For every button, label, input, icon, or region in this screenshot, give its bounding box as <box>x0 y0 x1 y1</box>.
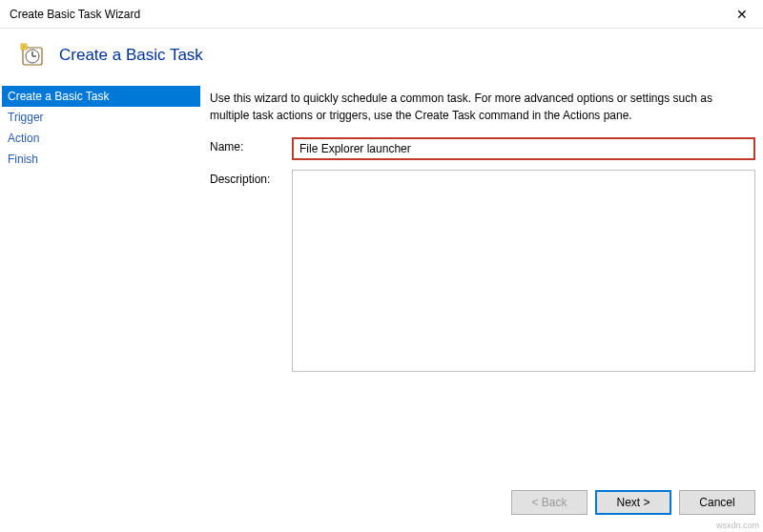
wizard-main: Use this wizard to quickly schedule a co… <box>200 86 763 381</box>
sidebar-item-create-basic-task[interactable]: Create a Basic Task <box>2 86 200 107</box>
svg-point-5 <box>23 46 25 48</box>
watermark: wsxdn.com <box>716 521 759 530</box>
sidebar-item-label: Finish <box>8 153 38 166</box>
sidebar-item-action[interactable]: Action <box>2 128 200 149</box>
sidebar-item-label: Trigger <box>8 111 44 124</box>
sidebar-item-label: Action <box>8 132 39 145</box>
sidebar-item-label: Create a Basic Task <box>8 90 110 103</box>
window-title: Create Basic Task Wizard <box>10 8 140 21</box>
back-button[interactable]: < Back <box>511 490 588 515</box>
close-icon: ✕ <box>736 7 748 22</box>
page-title: Create a Basic Task <box>59 46 203 65</box>
wizard-header: Create a Basic Task <box>0 29 763 86</box>
sidebar-item-trigger[interactable]: Trigger <box>2 107 200 128</box>
cancel-button[interactable]: Cancel <box>679 490 755 515</box>
description-label: Description: <box>210 170 292 186</box>
close-button[interactable]: ✕ <box>720 0 763 29</box>
wizard-sidebar: Create a Basic Task Trigger Action Finis… <box>2 86 200 381</box>
scheduled-task-icon <box>19 42 46 69</box>
sidebar-item-finish[interactable]: Finish <box>2 149 200 170</box>
wizard-footer: < Back Next > Cancel <box>511 490 755 515</box>
name-input[interactable] <box>292 137 755 160</box>
next-button[interactable]: Next > <box>595 490 671 515</box>
name-label: Name: <box>210 137 292 153</box>
intro-text: Use this wizard to quickly schedule a co… <box>210 90 759 124</box>
description-input[interactable] <box>292 170 755 372</box>
titlebar: Create Basic Task Wizard ✕ <box>0 0 763 29</box>
